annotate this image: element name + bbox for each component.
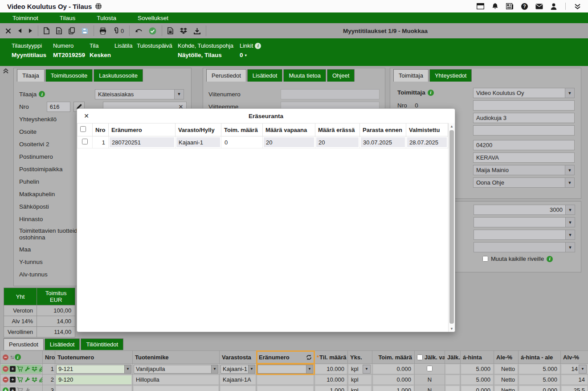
caret-down-icon[interactable]: ▼ [565, 165, 574, 175]
col-a-hinta[interactable]: á-hinta [461, 351, 494, 364]
open-document-icon[interactable] [56, 27, 62, 34]
undo-icon[interactable] [135, 28, 142, 34]
col-alv[interactable]: Alv-% [561, 351, 588, 364]
supplier-name-select[interactable]: Video Koulutus Oy▼ [473, 88, 575, 98]
scrollbar-thumb[interactable] [449, 130, 454, 324]
wrench-icon[interactable] [24, 377, 30, 383]
download-icon[interactable] [194, 28, 200, 34]
backorder-checkbox[interactable] [427, 366, 433, 371]
caret-down-icon[interactable]: ▼ [248, 365, 255, 373]
next-record-icon[interactable] [29, 28, 33, 33]
caret-down-icon[interactable]: ▼ [565, 205, 575, 214]
caret-down-icon[interactable]: ▼ [565, 178, 574, 187]
modal-scrollbar[interactable]: ▲ ▼ [448, 123, 455, 332]
product-number-cell[interactable] [56, 386, 131, 391]
caret-down-icon[interactable]: ▼ [565, 243, 575, 252]
caret-down-icon[interactable]: ▼ [565, 230, 575, 239]
add-line-icon[interactable]: + [3, 387, 8, 391]
unlink-icon[interactable] [39, 377, 43, 383]
jalk-cell[interactable] [446, 386, 459, 391]
scroll-up-icon[interactable]: ▲ [449, 123, 455, 129]
dimension1-select[interactable]: ▼ [474, 217, 575, 227]
batch-number[interactable]: 280720251 [110, 137, 174, 147]
batch-qty-input[interactable]: 0 [222, 137, 261, 147]
add-doc-icon[interactable]: + [10, 366, 16, 372]
menu-tilaus[interactable]: Tilaus [49, 15, 86, 21]
wrench-icon[interactable] [24, 366, 30, 372]
dimension2-select[interactable]: ▼ [474, 230, 575, 240]
vat-cell[interactable]: 14 [562, 375, 587, 384]
dimension3-select[interactable]: ▼ [474, 242, 575, 252]
supplier-postal-input[interactable]: 04200 [473, 140, 575, 150]
net-price-cell[interactable]: 5.000 [519, 375, 559, 384]
supplier-address2-input[interactable] [473, 125, 575, 136]
batch-number-cell[interactable] [257, 386, 313, 391]
delivered-qty-cell[interactable]: 1.000 [373, 386, 413, 391]
batch-number-select[interactable]: ▼ [257, 365, 313, 374]
supplier-contact2-select[interactable]: Oona Ohje▼ [473, 177, 575, 188]
tab-lisatiedot[interactable]: Lisätiedot [247, 69, 283, 82]
news-icon[interactable] [506, 3, 514, 9]
col-til-maara[interactable]: *Til. määrä [314, 351, 348, 364]
chevron-double-down-icon[interactable] [574, 4, 581, 9]
batch-number-cell[interactable] [257, 375, 313, 384]
cart-icon[interactable] [17, 377, 23, 383]
qty-cell[interactable]: 10.000 [315, 375, 347, 384]
unit-cell[interactable]: kpl [349, 386, 371, 391]
qty-cell[interactable]: 10.000 [315, 365, 347, 374]
tab-tilaaja[interactable]: Tilaaja [17, 69, 45, 82]
add-doc-icon[interactable]: + [10, 387, 16, 391]
tab-perustiedot[interactable]: Perustiedot [206, 69, 246, 82]
close-record-icon[interactable] [5, 28, 11, 34]
caret-down-icon[interactable]: ▼ [211, 365, 218, 373]
dropbox-icon[interactable] [180, 28, 187, 34]
customer-select[interactable]: Käteisasiakas ▼ [95, 89, 184, 99]
remove-row-icon[interactable]: − [3, 354, 8, 360]
col-eranumero[interactable]: Eränumero [257, 351, 314, 364]
caret-down-icon[interactable]: ▼ [306, 365, 313, 373]
unit-price-cell[interactable]: 0.000 [461, 386, 493, 391]
select-batch-checkbox[interactable] [82, 139, 88, 144]
tab-muuta-tietoa[interactable]: Muuta tietoa [283, 69, 326, 82]
caret-down-icon[interactable]: ▼ [174, 90, 184, 99]
vat-cell[interactable]: 25.5 [562, 386, 587, 391]
vat-cell[interactable]: 14▼ [562, 365, 587, 374]
caret-down-icon[interactable]: ▼ [579, 365, 587, 374]
col-jalk[interactable]: Jälk. [445, 351, 461, 364]
close-modal-button[interactable]: ✕ [77, 109, 96, 123]
collapse-panel-icon[interactable] [3, 68, 9, 74]
unit-price-cell[interactable]: 5.000 [461, 365, 493, 374]
refresh-icon[interactable] [306, 354, 312, 360]
net-price-cell[interactable]: 5.000 [519, 365, 559, 374]
select-all-checkbox[interactable] [80, 126, 86, 132]
delete-line-icon[interactable]: − [3, 366, 8, 372]
window-icon[interactable] [477, 3, 484, 9]
menu-toiminnot[interactable]: Toiminnot [2, 15, 49, 21]
net-price-cell[interactable]: 0.000 [519, 386, 559, 391]
tab-lines-lisatiedot[interactable]: Lisätiedot [45, 338, 80, 350]
discount-cell[interactable]: Netto [495, 365, 517, 374]
col-tuotenimike[interactable]: Tuotenimike [133, 351, 220, 364]
mail-icon[interactable] [535, 4, 543, 9]
discount-cell[interactable]: Netto [495, 386, 517, 391]
menu-tulosta[interactable]: Tulosta [86, 15, 127, 21]
supplier-contact1-select[interactable]: Maija Mainio▼ [473, 165, 575, 175]
customer-number-input[interactable]: 616 [47, 102, 70, 112]
jalk-cell[interactable] [446, 375, 459, 384]
cart-icon[interactable] [17, 387, 23, 391]
warehouse-cell[interactable] [220, 386, 255, 391]
scroll-down-icon[interactable]: ▼ [449, 325, 455, 332]
tab-lines-perustiedot[interactable]: Perustiedot [4, 338, 44, 350]
add-doc-icon[interactable]: + [10, 377, 16, 383]
caret-down-icon[interactable]: ▼ [124, 365, 131, 373]
delivered-qty-cell[interactable]: 0.000 [373, 375, 413, 384]
backorder-cell[interactable]: N [415, 385, 445, 391]
discount-cell[interactable]: Netto [495, 375, 517, 384]
viitenumero-input[interactable] [281, 89, 380, 99]
dropbox-line-icon[interactable] [32, 377, 37, 383]
warehouse-select[interactable]: Kajaani-1▼ [220, 365, 255, 374]
caret-down-icon[interactable]: ▼ [565, 218, 575, 227]
bell-icon[interactable] [492, 3, 498, 10]
col-varastosta[interactable]: Varastosta [220, 351, 257, 364]
product-name-cell[interactable] [134, 386, 218, 391]
